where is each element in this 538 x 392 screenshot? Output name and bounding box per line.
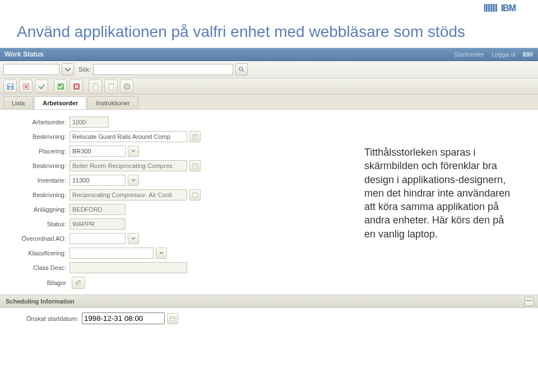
long-desc-icon[interactable] — [189, 160, 201, 171]
placering-label: Placering: — [6, 148, 66, 155]
search-button[interactable] — [235, 63, 248, 76]
svg-line-1 — [243, 71, 244, 72]
quick-id-input[interactable] — [3, 64, 59, 75]
classdesc-label: Class Desc: — [6, 264, 66, 271]
dropdown-button[interactable] — [62, 63, 74, 76]
beskrivning2-label: Beskrivning: — [6, 162, 66, 169]
tab-instruktioner[interactable]: Instruktioner — [87, 96, 138, 109]
clipboard-icon[interactable] — [104, 80, 118, 93]
lookup-icon[interactable] — [128, 146, 139, 157]
arbetsorder-field[interactable] — [69, 116, 109, 128]
bilagor-label: Bilagor — [6, 279, 66, 286]
tab-lista[interactable]: Lista — [3, 96, 33, 109]
section-scheduling: Scheduling Information — — [0, 295, 538, 308]
long-desc-icon[interactable] — [189, 189, 201, 200]
arbetsorder-label: Arbetsorder: — [6, 119, 66, 125]
klass-field[interactable] — [69, 248, 154, 259]
beskrivning1-field[interactable] — [69, 131, 187, 142]
svg-rect-15 — [109, 83, 113, 89]
placering-field[interactable] — [69, 146, 126, 157]
svg-point-0 — [239, 67, 243, 71]
search-bar: Sök: — [0, 61, 538, 78]
lookup-icon[interactable] — [156, 248, 167, 259]
svg-rect-3 — [8, 83, 12, 86]
toolbar — [0, 78, 538, 95]
svg-point-18 — [126, 86, 128, 87]
collapse-icon[interactable]: — — [525, 297, 534, 306]
titlebar: Work Status Startcenter Logga ut IBM — [0, 48, 538, 61]
search-label: Sök: — [78, 66, 91, 73]
mini-brand-logo: IBM — [523, 51, 532, 58]
annotation-text: Titthålsstorleken sparas i skärmbilden o… — [364, 146, 516, 241]
clear-icon[interactable] — [19, 80, 33, 93]
inventarie-field[interactable] — [69, 175, 126, 186]
settings-icon[interactable] — [120, 80, 133, 93]
overordnad-label: Överordnad AO: — [6, 235, 66, 242]
toggle-icon[interactable] — [35, 80, 48, 93]
tab-arbetsorder[interactable]: Arbetsorder — [34, 96, 86, 109]
section-title: Scheduling Information — [6, 298, 75, 305]
app-name: Work Status — [4, 48, 44, 60]
status-label: Status: — [6, 221, 66, 227]
svg-rect-26 — [193, 193, 197, 197]
svg-rect-16 — [110, 83, 112, 84]
anlaggning-label: Anläggning: — [6, 206, 66, 213]
classdesc-field[interactable] — [69, 262, 187, 273]
doc-icon[interactable] — [89, 80, 102, 93]
reject-icon[interactable] — [69, 80, 83, 93]
beskrivning3-field[interactable] — [69, 189, 187, 200]
link-startcenter[interactable]: Startcenter — [454, 51, 484, 58]
save-icon[interactable] — [3, 80, 17, 93]
startdate-label: Önskat startdatum: — [6, 315, 78, 322]
lookup-icon[interactable] — [128, 175, 139, 186]
startdate-field[interactable] — [82, 312, 165, 324]
search-input[interactable] — [93, 64, 233, 75]
beskrivning1-label: Beskrivning: — [6, 133, 66, 140]
scheduling-row: Önskat startdatum: — [0, 308, 538, 329]
status-field[interactable] — [69, 218, 126, 230]
beskrivning3-label: Beskrivning: — [6, 192, 66, 198]
tab-bar: Lista Arbetsorder Instruktioner — [0, 95, 538, 110]
svg-rect-8 — [57, 83, 63, 89]
link-logout[interactable]: Logga ut — [491, 51, 516, 58]
klass-label: Klassificering: — [6, 250, 66, 256]
overordnad-field[interactable] — [69, 233, 126, 244]
slide-title: Använd applikationen på valfri enhet med… — [0, 13, 538, 46]
inventarie-label: Inventarie: — [6, 177, 66, 184]
svg-rect-28 — [170, 317, 175, 321]
anlaggning-field[interactable] — [69, 204, 126, 215]
lookup-icon[interactable] — [128, 233, 139, 244]
attachments-icon[interactable] — [72, 277, 85, 289]
svg-rect-4 — [8, 87, 12, 89]
brand-logo: IBM — [484, 3, 516, 14]
approve-icon[interactable] — [54, 80, 67, 93]
beskrivning2-field[interactable] — [69, 160, 187, 171]
long-desc-icon[interactable] — [189, 131, 201, 142]
calendar-icon[interactable] — [167, 313, 178, 324]
